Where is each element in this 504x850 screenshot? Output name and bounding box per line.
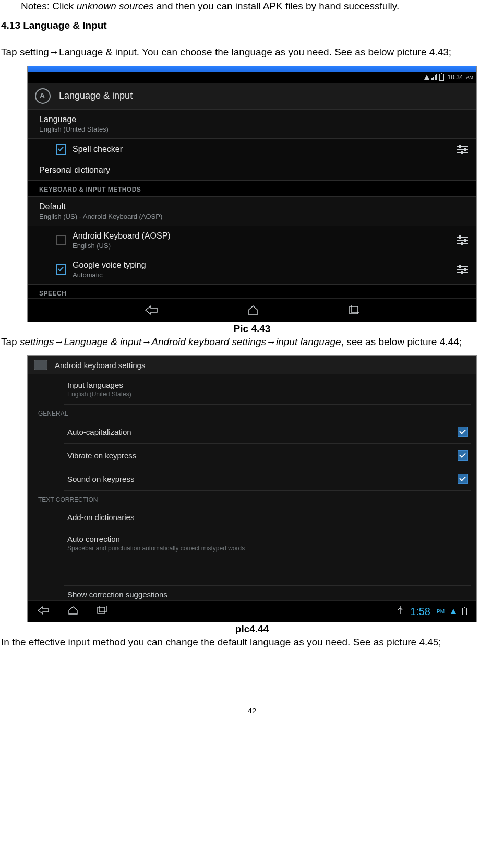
battery-icon — [462, 608, 467, 615]
aosp-label: Android Keyboard (AOSP) — [73, 231, 171, 241]
paragraph-443: Tap setting→Language & input. You can ch… — [1, 46, 503, 58]
settings-header-2: Android keyboard settings — [28, 356, 476, 374]
sound-label: Sound on keypress — [67, 475, 134, 483]
sliders-icon[interactable] — [457, 265, 468, 274]
input-languages-value: English (United States) — [67, 391, 131, 398]
section-text-correction: TEXT CORRECTION — [38, 491, 471, 506]
nav-home-icon[interactable] — [247, 305, 259, 315]
row-addon-dict[interactable]: Add-on dictionaries — [64, 506, 471, 528]
nav-back-icon[interactable] — [145, 305, 158, 315]
language-icon — [35, 88, 51, 104]
addon-label: Add-on dictionaries — [67, 513, 134, 522]
screenshot-444: Android keyboard settings Input language… — [27, 355, 477, 622]
svg-rect-3 — [99, 606, 106, 612]
wifi-icon — [451, 609, 456, 614]
section-keyboard-input: KEYBOARD & INPUT METHODS — [28, 180, 476, 196]
language-value: English (United States) — [39, 125, 109, 133]
section-heading: 4.13 Language & input — [1, 20, 503, 31]
wifi-icon — [424, 75, 429, 80]
keyboard-icon — [34, 360, 47, 370]
status-time: 10:34 — [447, 74, 463, 81]
notes-prefix: Notes: Click — [21, 1, 77, 11]
settings-title-2: Android keyboard settings — [55, 361, 145, 370]
language-label: Language — [39, 115, 109, 124]
nav-recent-icon[interactable] — [97, 606, 107, 617]
settings-title: Language & input — [59, 90, 133, 101]
clock-suffix: PM — [437, 609, 445, 615]
settings-header: Language & input — [28, 83, 476, 109]
paragraph-445: In the effective input method you can ch… — [1, 636, 503, 648]
row-vibrate[interactable]: Vibrate on keypress — [64, 444, 471, 467]
row-default[interactable]: Default English (US) - Android Keyboard … — [28, 196, 476, 226]
row-spell-checker[interactable]: Spell checker — [28, 138, 476, 160]
auto-corr-sub: Spacebar and punctuation automatically c… — [67, 545, 245, 552]
caption-444: pic4.44 — [0, 623, 504, 635]
sliders-icon[interactable] — [457, 235, 468, 245]
vibrate-label: Vibrate on keypress — [67, 451, 136, 460]
screenshot-443: 10:34 AM Language & input Language Engli… — [27, 66, 477, 322]
row-auto-cap[interactable]: Auto-capitalization — [64, 420, 471, 444]
page-number: 42 — [0, 706, 504, 715]
notes-suffix: and then you can install APK files by ha… — [154, 1, 400, 11]
row-show-suggestions[interactable]: Show correction suggestions — [64, 585, 471, 599]
default-value: English (US) - Android Keyboard (AOSP) — [39, 212, 162, 220]
input-languages-label: Input languages — [67, 381, 131, 389]
checkbox-checked-icon[interactable] — [458, 450, 468, 461]
signal-icon — [431, 74, 437, 80]
checkbox-icon[interactable] — [56, 144, 66, 155]
nav-back-icon[interactable] — [37, 606, 50, 617]
nav-home-icon[interactable] — [67, 606, 79, 617]
nav-recent-icon[interactable] — [348, 305, 359, 315]
section-general: GENERAL — [38, 405, 471, 420]
section-speech: SPEECH — [28, 284, 476, 298]
row-android-keyboard[interactable]: Android Keyboard (AOSP) English (US) — [28, 226, 476, 255]
svg-rect-2 — [98, 607, 105, 613]
row-language[interactable]: Language English (United States) — [28, 109, 476, 138]
checkbox-checked-icon[interactable] — [458, 427, 468, 437]
auto-corr-label: Auto correction — [67, 535, 245, 544]
checkbox-icon[interactable] — [56, 235, 66, 245]
row-auto-correction[interactable]: Auto correction Spacebar and punctuation… — [64, 528, 471, 558]
checkbox-checked-icon[interactable] — [458, 474, 468, 484]
gvoice-label: Google voice typing — [73, 261, 146, 270]
nav-bar — [28, 298, 476, 322]
row-sound[interactable]: Sound on keypress — [64, 467, 471, 491]
usb-icon — [397, 606, 404, 617]
personal-dictionary-label: Personal dictionary — [39, 166, 110, 175]
window-top-strip — [28, 66, 476, 72]
spell-checker-label: Spell checker — [73, 145, 123, 154]
caption-443: Pic 4.43 — [0, 323, 504, 335]
nav-bar-2: 1:58 PM — [28, 600, 476, 622]
battery-icon — [439, 74, 444, 81]
row-personal-dictionary[interactable]: Personal dictionary — [28, 160, 476, 180]
default-label: Default — [39, 202, 162, 211]
clock-time: 1:58 — [410, 606, 430, 618]
aosp-value: English (US) — [73, 242, 171, 250]
checkbox-icon[interactable] — [56, 264, 66, 275]
row-input-languages[interactable]: Input languages English (United States) — [64, 374, 471, 405]
notes-italic: unknown sources — [77, 1, 154, 11]
sliders-icon[interactable] — [457, 145, 468, 154]
paragraph-444: Tap settings→Language & input→Android ke… — [1, 336, 503, 348]
status-bar: 10:34 AM — [28, 72, 476, 83]
gvoice-value: Automatic — [73, 271, 146, 279]
auto-cap-label: Auto-capitalization — [67, 428, 131, 436]
status-time-suffix: AM — [466, 75, 474, 80]
notes-paragraph: Notes: Click unknown sources and then yo… — [1, 0, 503, 13]
row-google-voice[interactable]: Google voice typing Automatic — [28, 255, 476, 284]
